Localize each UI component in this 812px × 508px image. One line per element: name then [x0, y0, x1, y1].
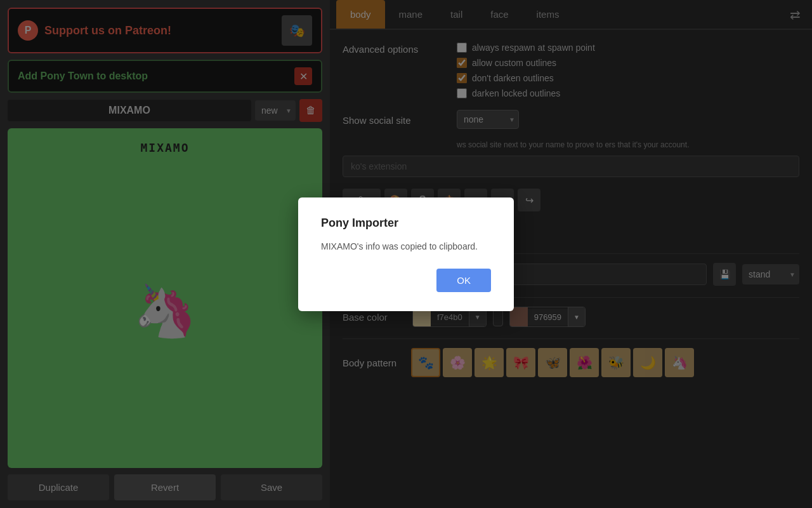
modal-overlay: Pony Importer MIXAMO's info was copied t…: [0, 0, 812, 508]
modal-body: MIXAMO's info was copied to clipboard.: [321, 240, 491, 253]
modal-actions: OK: [321, 269, 491, 292]
pony-importer-modal: Pony Importer MIXAMO's info was copied t…: [298, 197, 514, 311]
modal-ok-button[interactable]: OK: [436, 269, 491, 292]
modal-title: Pony Importer: [321, 217, 491, 230]
